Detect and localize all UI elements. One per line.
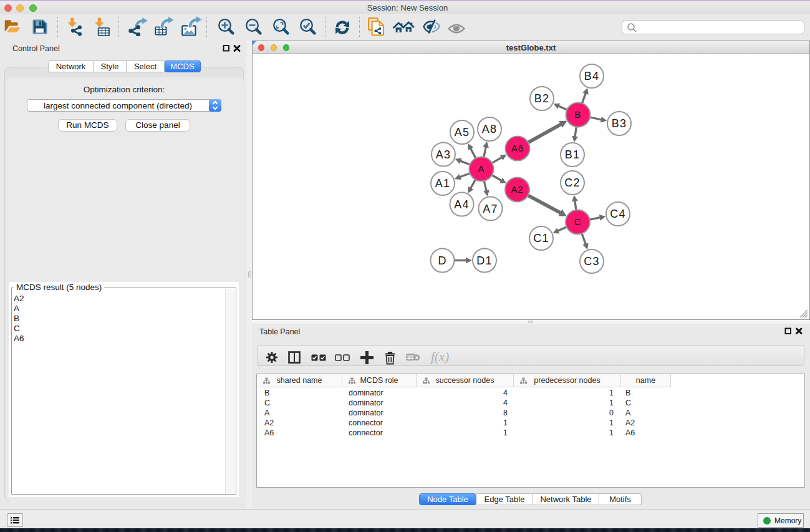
- svg-text:C1: C1: [533, 232, 549, 244]
- svg-text:B4: B4: [584, 70, 599, 82]
- svg-text:A7: A7: [483, 203, 498, 215]
- svg-text:C3: C3: [584, 255, 599, 268]
- svg-text:C2: C2: [564, 177, 580, 189]
- svg-text:C4: C4: [610, 208, 625, 220]
- svg-text:C: C: [574, 216, 582, 227]
- svg-text:B3: B3: [612, 117, 627, 130]
- svg-text:A5: A5: [455, 126, 470, 138]
- svg-text:B2: B2: [534, 92, 549, 105]
- svg-text:A6: A6: [511, 143, 524, 153]
- svg-text:B1: B1: [565, 148, 580, 161]
- svg-text:B: B: [575, 109, 582, 120]
- svg-text:A1: A1: [435, 177, 450, 190]
- svg-text:D1: D1: [476, 254, 492, 267]
- svg-text:D: D: [438, 254, 446, 267]
- svg-text:A3: A3: [436, 148, 451, 161]
- svg-text:A: A: [478, 163, 485, 174]
- svg-text:A2: A2: [511, 184, 524, 195]
- svg-text:A4: A4: [454, 198, 469, 211]
- svg-text:A8: A8: [482, 123, 497, 135]
